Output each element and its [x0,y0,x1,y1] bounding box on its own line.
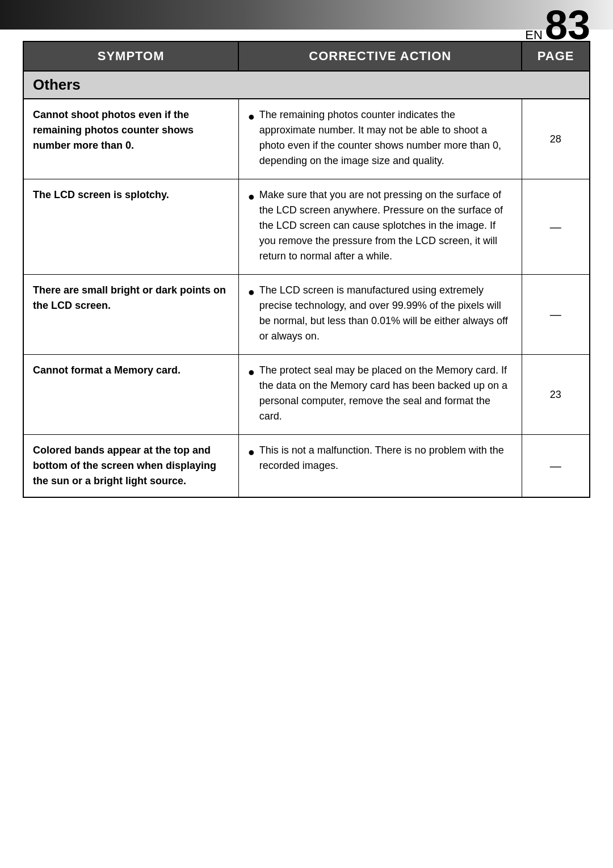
symptom-cell-5: Colored bands appear at the top and bott… [23,435,238,498]
action-cell-5: ● This is not a malfunction. There is no… [238,435,522,498]
bullet-icon: ● [248,443,255,461]
page-container: EN 83 SYMPTOM CORRECTIVE ACTION PAGE Oth… [0,0,613,868]
page-number: 83 [545,5,590,45]
top-decorative-bar [0,0,613,30]
bullet-icon: ● [248,283,255,301]
bullet-item: ● The remaining photos counter indicates… [248,107,513,169]
action-text-5: This is not a malfunction. There is no p… [259,443,513,473]
table-row: Cannot shoot photos even if the remainin… [23,99,590,179]
main-content: SYMPTOM CORRECTIVE ACTION PAGE Others Ca… [0,30,613,521]
action-cell-1: ● The remaining photos counter indicates… [238,99,522,179]
page-cell-2: — [522,179,590,275]
page-cell-3: — [522,275,590,355]
table-row: Colored bands appear at the top and bott… [23,435,590,498]
table-row: Cannot format a Memory card. ● The prote… [23,355,590,435]
table-row: There are small bright or dark points on… [23,275,590,355]
page-cell-4: 23 [522,355,590,435]
action-text-2: Make sure that you are not pressing on t… [259,187,513,264]
bullet-item: ● Make sure that you are not pressing on… [248,187,513,264]
en-label: EN [525,28,543,43]
action-text-4: The protect seal may be placed on the Me… [259,363,513,424]
header-corrective-action: CORRECTIVE ACTION [238,41,522,71]
section-header-row: Others [23,71,590,99]
table-row: The LCD screen is splotchy. ● Make sure … [23,179,590,275]
symptom-cell-2: The LCD screen is splotchy. [23,179,238,275]
page-cell-1: 28 [522,99,590,179]
page-cell-5: — [522,435,590,498]
page-number-header: EN 83 [525,5,590,45]
action-cell-4: ● The protect seal may be placed on the … [238,355,522,435]
manual-table: SYMPTOM CORRECTIVE ACTION PAGE Others Ca… [23,41,590,498]
symptom-cell-4: Cannot format a Memory card. [23,355,238,435]
bullet-item: ● The protect seal may be placed on the … [248,363,513,424]
action-cell-3: ● The LCD screen is manufactured using e… [238,275,522,355]
action-text-1: The remaining photos counter indicates t… [259,107,513,169]
bullet-icon: ● [248,187,255,206]
bullet-icon: ● [248,107,255,125]
table-header-row: SYMPTOM CORRECTIVE ACTION PAGE [23,41,590,71]
action-text-3: The LCD screen is manufactured using ext… [259,283,513,344]
section-label: Others [23,71,590,99]
header-symptom: SYMPTOM [23,41,238,71]
bullet-item: ● This is not a malfunction. There is no… [248,443,513,473]
bullet-icon: ● [248,363,255,381]
action-cell-2: ● Make sure that you are not pressing on… [238,179,522,275]
bullet-item: ● The LCD screen is manufactured using e… [248,283,513,344]
symptom-cell-3: There are small bright or dark points on… [23,275,238,355]
symptom-cell-1: Cannot shoot photos even if the remainin… [23,99,238,179]
